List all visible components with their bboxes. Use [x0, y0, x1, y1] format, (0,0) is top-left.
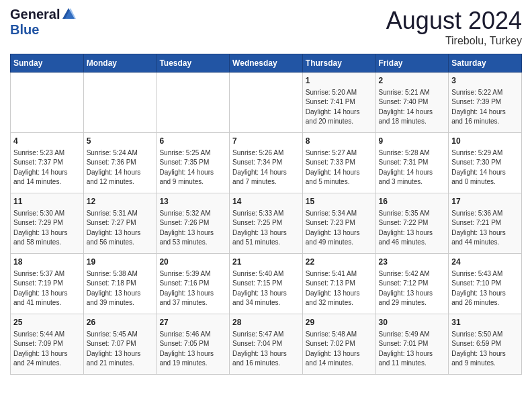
logo: General Blue — [10, 7, 76, 38]
day-info: Sunrise: 5:43 AMSunset: 7:10 PMDaylight:… — [451, 269, 519, 308]
day-info: Sunrise: 5:35 AMSunset: 7:22 PMDaylight:… — [379, 209, 446, 248]
day-number: 14 — [232, 196, 300, 208]
day-info: Sunrise: 5:31 AMSunset: 7:27 PMDaylight:… — [87, 209, 154, 248]
calendar-cell: 29Sunrise: 5:48 AMSunset: 7:02 PMDayligh… — [302, 314, 375, 375]
calendar-cell: 14Sunrise: 5:33 AMSunset: 7:25 PMDayligh… — [230, 193, 303, 254]
calendar-cell: 22Sunrise: 5:41 AMSunset: 7:13 PMDayligh… — [302, 254, 375, 314]
calendar-cell: 21Sunrise: 5:40 AMSunset: 7:15 PMDayligh… — [230, 254, 303, 314]
header-saturday: Saturday — [449, 54, 522, 73]
day-number: 25 — [13, 317, 81, 328]
week-row-3: 11Sunrise: 5:30 AMSunset: 7:29 PMDayligh… — [11, 193, 522, 254]
day-info: Sunrise: 5:39 AMSunset: 7:16 PMDaylight:… — [159, 269, 226, 308]
day-number: 1 — [306, 75, 373, 87]
day-number: 21 — [232, 257, 300, 268]
calendar-cell: 4Sunrise: 5:23 AMSunset: 7:37 PMDaylight… — [11, 133, 84, 193]
day-info: Sunrise: 5:21 AMSunset: 7:40 PMDaylight:… — [379, 88, 446, 127]
day-number: 27 — [159, 317, 226, 328]
day-info: Sunrise: 5:41 AMSunset: 7:13 PMDaylight:… — [306, 269, 373, 308]
day-info: Sunrise: 5:34 AMSunset: 7:23 PMDaylight:… — [306, 209, 373, 248]
calendar-cell: 2Sunrise: 5:21 AMSunset: 7:40 PMDaylight… — [375, 73, 449, 133]
calendar-cell: 24Sunrise: 5:43 AMSunset: 7:10 PMDayligh… — [449, 254, 522, 314]
calendar-cell: 11Sunrise: 5:30 AMSunset: 7:29 PMDayligh… — [11, 193, 84, 254]
calendar-cell: 17Sunrise: 5:36 AMSunset: 7:21 PMDayligh… — [449, 193, 522, 254]
day-info: Sunrise: 5:20 AMSunset: 7:41 PMDaylight:… — [306, 88, 373, 127]
header-monday: Monday — [83, 54, 157, 73]
day-number: 20 — [159, 257, 226, 268]
logo-blue-text: Blue — [10, 22, 39, 37]
day-info: Sunrise: 5:36 AMSunset: 7:21 PMDaylight:… — [451, 209, 519, 248]
header-wednesday: Wednesday — [230, 54, 303, 73]
calendar-cell: 10Sunrise: 5:29 AMSunset: 7:30 PMDayligh… — [449, 133, 522, 193]
calendar-cell: 12Sunrise: 5:31 AMSunset: 7:27 PMDayligh… — [83, 193, 157, 254]
day-info: Sunrise: 5:28 AMSunset: 7:31 PMDaylight:… — [379, 148, 446, 187]
day-number: 13 — [159, 196, 226, 208]
day-info: Sunrise: 5:47 AMSunset: 7:04 PMDaylight:… — [232, 330, 300, 369]
header-friday: Friday — [375, 54, 449, 73]
calendar-cell: 28Sunrise: 5:47 AMSunset: 7:04 PMDayligh… — [230, 314, 303, 375]
header-tuesday: Tuesday — [157, 54, 230, 73]
day-number: 12 — [87, 196, 154, 208]
logo-general-text: General — [10, 7, 60, 22]
calendar-cell: 30Sunrise: 5:49 AMSunset: 7:01 PMDayligh… — [375, 314, 449, 375]
calendar-cell: 8Sunrise: 5:27 AMSunset: 7:33 PMDaylight… — [302, 133, 375, 193]
day-number: 6 — [159, 136, 226, 147]
header-thursday: Thursday — [302, 54, 375, 73]
day-number: 2 — [379, 75, 446, 87]
calendar-cell: 19Sunrise: 5:38 AMSunset: 7:18 PMDayligh… — [83, 254, 157, 314]
day-number: 22 — [306, 257, 373, 268]
calendar-cell: 16Sunrise: 5:35 AMSunset: 7:22 PMDayligh… — [375, 193, 449, 254]
day-number: 26 — [87, 317, 154, 328]
page-header: General Blue August 2024 Tirebolu, Turke… — [10, 7, 522, 47]
calendar-table: SundayMondayTuesdayWednesdayThursdayFrid… — [10, 54, 522, 375]
day-info: Sunrise: 5:45 AMSunset: 7:07 PMDaylight:… — [87, 330, 154, 369]
week-row-1: 1Sunrise: 5:20 AMSunset: 7:41 PMDaylight… — [11, 73, 522, 133]
day-number: 4 — [13, 136, 81, 147]
day-number: 17 — [451, 196, 519, 208]
day-info: Sunrise: 5:44 AMSunset: 7:09 PMDaylight:… — [13, 330, 81, 369]
day-number: 9 — [379, 136, 446, 147]
day-info: Sunrise: 5:42 AMSunset: 7:12 PMDaylight:… — [379, 269, 446, 308]
calendar-cell: 1Sunrise: 5:20 AMSunset: 7:41 PMDaylight… — [302, 73, 375, 133]
page-subtitle: Tirebolu, Turkey — [386, 35, 522, 47]
day-info: Sunrise: 5:38 AMSunset: 7:18 PMDaylight:… — [87, 269, 154, 308]
day-number: 11 — [13, 196, 81, 208]
day-number: 10 — [451, 136, 519, 147]
day-number: 19 — [87, 257, 154, 268]
day-number: 8 — [306, 136, 373, 147]
day-number: 16 — [379, 196, 446, 208]
day-info: Sunrise: 5:50 AMSunset: 6:59 PMDaylight:… — [451, 330, 519, 369]
calendar-cell: 27Sunrise: 5:46 AMSunset: 7:05 PMDayligh… — [157, 314, 230, 375]
calendar-cell: 18Sunrise: 5:37 AMSunset: 7:19 PMDayligh… — [11, 254, 84, 314]
calendar-cell — [157, 73, 230, 133]
calendar-cell: 31Sunrise: 5:50 AMSunset: 6:59 PMDayligh… — [449, 314, 522, 375]
calendar-cell: 9Sunrise: 5:28 AMSunset: 7:31 PMDaylight… — [375, 133, 449, 193]
day-number: 24 — [451, 257, 519, 268]
calendar-cell: 5Sunrise: 5:24 AMSunset: 7:36 PMDaylight… — [83, 133, 157, 193]
week-row-2: 4Sunrise: 5:23 AMSunset: 7:37 PMDaylight… — [11, 133, 522, 193]
day-number: 5 — [87, 136, 154, 147]
calendar-cell: 13Sunrise: 5:32 AMSunset: 7:26 PMDayligh… — [157, 193, 230, 254]
week-row-5: 25Sunrise: 5:44 AMSunset: 7:09 PMDayligh… — [11, 314, 522, 375]
day-number: 30 — [379, 317, 446, 328]
week-row-4: 18Sunrise: 5:37 AMSunset: 7:19 PMDayligh… — [11, 254, 522, 314]
day-number: 18 — [13, 257, 81, 268]
calendar-cell — [11, 73, 84, 133]
day-info: Sunrise: 5:37 AMSunset: 7:19 PMDaylight:… — [13, 269, 81, 308]
calendar-cell: 15Sunrise: 5:34 AMSunset: 7:23 PMDayligh… — [302, 193, 375, 254]
day-number: 3 — [451, 75, 519, 87]
calendar-cell: 26Sunrise: 5:45 AMSunset: 7:07 PMDayligh… — [83, 314, 157, 375]
day-info: Sunrise: 5:46 AMSunset: 7:05 PMDaylight:… — [159, 330, 226, 369]
day-info: Sunrise: 5:25 AMSunset: 7:35 PMDaylight:… — [159, 148, 226, 187]
logo-icon — [61, 7, 76, 21]
day-info: Sunrise: 5:27 AMSunset: 7:33 PMDaylight:… — [306, 148, 373, 187]
day-info: Sunrise: 5:49 AMSunset: 7:01 PMDaylight:… — [379, 330, 446, 369]
day-info: Sunrise: 5:48 AMSunset: 7:02 PMDaylight:… — [306, 330, 373, 369]
calendar-header-row: SundayMondayTuesdayWednesdayThursdayFrid… — [11, 54, 522, 73]
calendar-cell: 23Sunrise: 5:42 AMSunset: 7:12 PMDayligh… — [375, 254, 449, 314]
day-info: Sunrise: 5:33 AMSunset: 7:25 PMDaylight:… — [232, 209, 300, 248]
calendar-cell: 6Sunrise: 5:25 AMSunset: 7:35 PMDaylight… — [157, 133, 230, 193]
calendar-cell: 20Sunrise: 5:39 AMSunset: 7:16 PMDayligh… — [157, 254, 230, 314]
day-info: Sunrise: 5:40 AMSunset: 7:15 PMDaylight:… — [232, 269, 300, 308]
day-number: 23 — [379, 257, 446, 268]
day-info: Sunrise: 5:26 AMSunset: 7:34 PMDaylight:… — [232, 148, 300, 187]
